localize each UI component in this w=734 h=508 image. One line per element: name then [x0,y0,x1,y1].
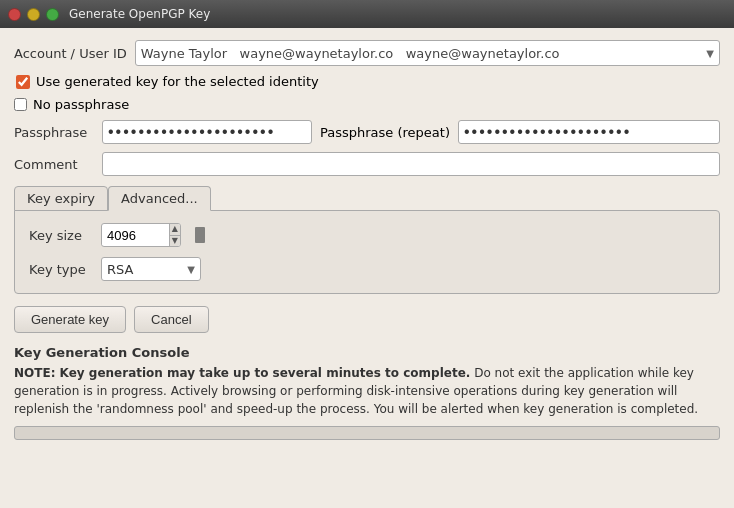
console-title: Key Generation Console [14,345,720,360]
chevron-down-icon: ▼ [706,48,714,59]
console-text: NOTE: Key generation may take up to seve… [14,364,720,418]
cursor-indicator [195,227,205,243]
progress-bar-container [14,426,720,440]
no-passphrase-row: No passphrase [14,97,720,112]
console-note-bold: NOTE: Key generation may take up to seve… [14,366,470,380]
spinner-down-button[interactable]: ▼ [170,236,180,247]
key-size-row: Key size ▲ ▼ [29,223,705,247]
generate-key-button[interactable]: Generate key [14,306,126,333]
key-type-label: Key type [29,262,89,277]
cancel-button[interactable]: Cancel [134,306,208,333]
tabs-bar: Key expiry Advanced... [14,186,720,211]
no-passphrase-checkbox[interactable] [14,98,27,111]
chevron-down-icon: ▼ [187,264,195,275]
key-size-input[interactable] [102,226,169,245]
spinner-arrows: ▲ ▼ [169,224,180,246]
tab-key-expiry[interactable]: Key expiry [14,186,108,211]
no-passphrase-label: No passphrase [33,97,129,112]
comment-label: Comment [14,157,94,172]
use-generated-key-row: Use generated key for the selected ident… [14,74,720,89]
passphrase-row: Passphrase Passphrase (repeat) [14,120,720,144]
passphrase-repeat-input[interactable] [458,120,720,144]
account-row: Account / User ID Wayne Taylor wayne@way… [14,40,720,66]
passphrase-repeat-label: Passphrase (repeat) [320,125,450,140]
tabs-section: Key expiry Advanced... Key size ▲ ▼ [14,184,720,294]
spinner-up-button[interactable]: ▲ [170,224,180,236]
maximize-button[interactable] [46,8,59,21]
minimize-button[interactable] [27,8,40,21]
main-content: Account / User ID Wayne Taylor wayne@way… [0,28,734,508]
comment-input[interactable] [102,152,720,176]
key-type-value: RSA [107,262,187,277]
account-label: Account / User ID [14,46,127,61]
tab-advanced-label: Advanced... [121,191,198,206]
tab-key-expiry-label: Key expiry [27,191,95,206]
key-size-label: Key size [29,228,89,243]
window-title: Generate OpenPGP Key [69,7,210,21]
comment-row: Comment [14,152,720,176]
passphrase-input[interactable] [102,120,312,144]
close-button[interactable] [8,8,21,21]
use-generated-key-label: Use generated key for the selected ident… [36,74,319,89]
use-generated-key-checkbox[interactable] [16,75,30,89]
titlebar: Generate OpenPGP Key [0,0,734,28]
action-row: Generate key Cancel [14,302,720,337]
account-combo[interactable]: Wayne Taylor wayne@waynetaylor.co wayne@… [135,40,720,66]
account-combo-text: Wayne Taylor wayne@waynetaylor.co wayne@… [141,46,703,61]
console-section: Key Generation Console NOTE: Key generat… [14,345,720,448]
key-size-spinner[interactable]: ▲ ▼ [101,223,181,247]
key-type-select[interactable]: RSA ▼ [101,257,201,281]
passphrase-label: Passphrase [14,125,94,140]
key-type-row: Key type RSA ▼ [29,257,705,281]
tab-advanced[interactable]: Advanced... [108,186,211,211]
tab-panel-advanced: Key size ▲ ▼ Key type RSA ▼ [14,210,720,294]
